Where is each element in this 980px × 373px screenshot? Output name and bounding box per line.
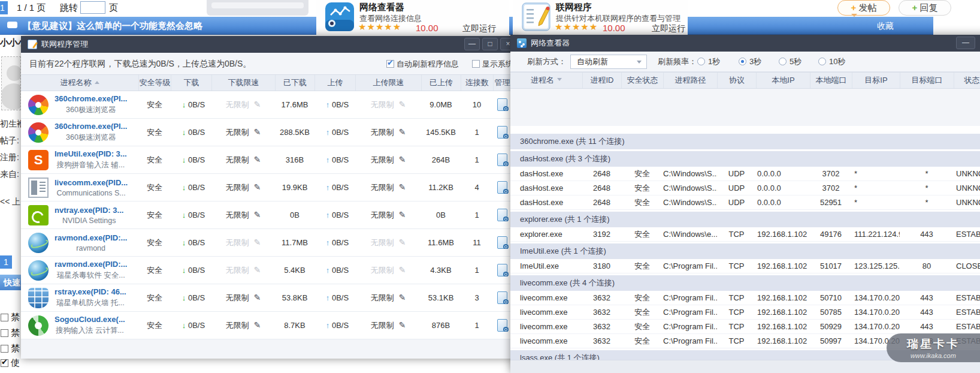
process-row[interactable]: 360chrome.exe(PI...360极速浏览器 安全 ↓ 0B/S 无限…: [21, 119, 511, 146]
rate-option-3s[interactable]: 3秒: [739, 52, 761, 72]
quick-reply-bar[interactable]: 快速: [0, 275, 21, 290]
edit-pencil-icon[interactable]: ✎: [399, 182, 406, 192]
process-name[interactable]: SogouCloud.exe(...: [55, 315, 125, 324]
edit-pencil-icon[interactable]: ✎: [254, 182, 261, 192]
process-group-row[interactable]: ImeUtil.exe (共 1 个连接): [510, 243, 980, 259]
prev-thread-link[interactable]: << 上: [0, 197, 20, 207]
edit-pencil-icon[interactable]: ✎: [399, 155, 406, 164]
process-name[interactable]: 360chrome.exe(PI...: [55, 94, 127, 103]
col-path[interactable]: 进程路径: [663, 73, 717, 88]
process-row[interactable]: ravmond.exe(PID:...ravmond 安全 ↓ 0B/S 无限制…: [21, 229, 511, 257]
tool-card-network-viewer[interactable]: 网络查看器 查看网络连接信息 ★★★★★ 10.00 立即运行: [316, 0, 509, 35]
minimize-button[interactable]: —: [464, 38, 480, 50]
col-download-limit[interactable]: 下载限速: [211, 75, 275, 91]
edit-pencil-icon[interactable]: ✎: [254, 320, 261, 330]
edit-pencil-icon[interactable]: ✎: [254, 265, 261, 275]
col-local-ip[interactable]: 本地IP: [756, 73, 810, 88]
manage-icon[interactable]: [497, 126, 507, 139]
col-manage[interactable]: 管理: [493, 75, 511, 91]
tool-card-network-programs[interactable]: 联网程序 提供针对本机联网程序的查看与管理 ★★★★★ 10.00 立即运行: [513, 0, 688, 35]
maximize-button[interactable]: □: [482, 38, 498, 50]
process-name[interactable]: ImeUtil.exe(PID: 3...: [55, 149, 127, 158]
process-name[interactable]: 360chrome.exe(PI...: [55, 122, 127, 131]
thread-title[interactable]: 【意见建议】这么简单的一个功能竟然会忽略: [23, 17, 202, 35]
manage-icon[interactable]: [497, 209, 507, 221]
process-row[interactable]: livecomm.exe(PID...Communications S... 安…: [21, 174, 511, 201]
process-group-row[interactable]: 360chrome.exe (共 11 个连接): [510, 134, 980, 149]
process-name[interactable]: ravmond.exe(PID:...: [55, 233, 127, 242]
process-name[interactable]: ravmond.exe(PID:...: [55, 260, 127, 269]
col-state[interactable]: 状态: [954, 73, 980, 88]
edit-pencil-icon[interactable]: ✎: [399, 100, 406, 109]
col-pid[interactable]: 进程ID: [582, 73, 621, 88]
connection-row[interactable]: livecomm.exe 3632 安全 C:\Program Fil... T…: [510, 320, 980, 334]
connection-row[interactable]: dasHost.exe 2648 安全 C:\Windows\S... UDP …: [510, 167, 980, 181]
process-row[interactable]: SogouCloud.exe(...搜狗输入法 云计算... 安全 ↓ 0B/S…: [21, 312, 511, 339]
option-checkbox[interactable]: 使: [1, 357, 20, 369]
process-row[interactable]: S ImeUtil.exe(PID: 3...搜狗拼音输入法 辅... 安全 ↓…: [21, 146, 511, 174]
col-downloaded[interactable]: 已下载: [275, 75, 314, 91]
col-download[interactable]: 下载: [171, 75, 211, 91]
current-page-box[interactable]: 1: [0, 1, 8, 14]
process-row[interactable]: nvtray.exe(PID: 3...NVIDIA Settings 安全 ↓…: [21, 201, 511, 229]
refresh-mode-dropdown[interactable]: 自动刷新: [570, 55, 647, 69]
col-upload[interactable]: 上传: [314, 75, 355, 91]
process-group-row[interactable]: explorer.exe (共 1 个连接): [510, 212, 980, 227]
edit-pencil-icon[interactable]: ✎: [254, 127, 261, 137]
manage-icon[interactable]: [497, 319, 507, 332]
edit-pencil-icon[interactable]: ✎: [254, 155, 261, 164]
process-row[interactable]: 360chrome.exe(PI...360极速浏览器 安全 ↓ 0B/S 无限…: [21, 91, 511, 119]
minimize-button[interactable]: —: [956, 37, 975, 49]
rate-option-10s[interactable]: 10秒: [818, 52, 845, 72]
titlebar[interactable]: 网络查看器 —: [510, 35, 980, 52]
col-uploaded[interactable]: 已上传: [421, 75, 461, 91]
reply-button[interactable]: +回复: [899, 0, 951, 16]
connection-row[interactable]: livecomm.exe 3632 安全 C:\Program Fil... T…: [510, 291, 980, 305]
col-connections[interactable]: 连接数: [461, 75, 493, 91]
process-name[interactable]: livecomm.exe(PID...: [55, 178, 128, 187]
edit-pencil-icon[interactable]: ✎: [399, 320, 406, 330]
rate-option-5s[interactable]: 5秒: [779, 52, 801, 72]
col-protocol[interactable]: 协议: [717, 73, 756, 88]
new-post-button[interactable]: +发帖: [837, 0, 890, 16]
process-row[interactable]: ravmond.exe(PID:...瑞星杀毒软件 安全... 安全 ↓ 0B/…: [21, 257, 511, 284]
manage-icon[interactable]: [497, 291, 507, 304]
edit-pencil-icon[interactable]: ✎: [254, 237, 261, 247]
option-checkbox[interactable]: 禁: [1, 327, 20, 339]
manage-icon[interactable]: [497, 236, 507, 249]
auto-refresh-checkbox[interactable]: 自动刷新程序信息: [386, 59, 459, 70]
col-target-ip[interactable]: 目标IP: [852, 73, 900, 88]
process-group-row[interactable]: dasHost.exe (共 3 个连接): [510, 151, 980, 167]
option-checkbox[interactable]: 禁: [1, 343, 20, 354]
col-upload-limit[interactable]: 上传限速: [355, 75, 421, 91]
run-now-link[interactable]: 立即运行: [652, 23, 685, 34]
connection-row[interactable]: dasHost.exe 2648 安全 C:\Windows\S... UDP …: [510, 181, 980, 195]
connection-row[interactable]: ImeUtil.exe 3180 安全 C:\Program Fil... TC…: [510, 259, 980, 273]
manage-icon[interactable]: [497, 98, 507, 111]
manage-icon[interactable]: [497, 181, 507, 194]
edit-pencil-icon[interactable]: ✎: [254, 100, 261, 109]
option-checkbox[interactable]: 禁: [1, 312, 20, 323]
edit-pencil-icon[interactable]: ✎: [399, 210, 406, 219]
connection-row[interactable]: livecomm.exe 3632 安全 C:\Program Fil... T…: [510, 305, 980, 320]
edit-pencil-icon[interactable]: ✎: [254, 210, 261, 219]
col-security-status[interactable]: 安全状态: [621, 73, 663, 88]
titlebar[interactable]: 联网程序管理 — □ ×: [21, 36, 518, 53]
col-security-grade[interactable]: 安全等级: [138, 75, 171, 91]
col-process-name[interactable]: 进程名: [510, 73, 582, 88]
process-group-row[interactable]: livecomm.exe (共 4 个连接): [510, 275, 980, 291]
col-target-port[interactable]: 目标端口: [900, 73, 954, 88]
connection-row[interactable]: explorer.exe 3192 安全 C:\Windows\e... TCP…: [510, 227, 980, 242]
edit-pencil-icon[interactable]: ✎: [254, 293, 261, 302]
rate-option-1s[interactable]: 1秒: [697, 52, 720, 72]
col-local-port[interactable]: 本地端口: [810, 73, 852, 88]
run-now-link[interactable]: 立即运行: [462, 23, 496, 34]
manage-icon[interactable]: [497, 154, 507, 166]
process-name[interactable]: rstray.exe(PID: 46...: [55, 287, 126, 296]
jump-page-input[interactable]: [80, 1, 105, 14]
sidebar-page-number[interactable]: 1: [0, 255, 12, 269]
process-row[interactable]: rstray.exe(PID: 46...瑞星单机防火墙 托... 安全 ↓ 0…: [21, 284, 511, 312]
connection-row[interactable]: dasHost.exe 2648 安全 C:\Windows\S... UDP …: [510, 195, 980, 210]
favorite-link[interactable]: 收藏: [877, 17, 894, 35]
edit-pencil-icon[interactable]: ✎: [399, 127, 406, 137]
